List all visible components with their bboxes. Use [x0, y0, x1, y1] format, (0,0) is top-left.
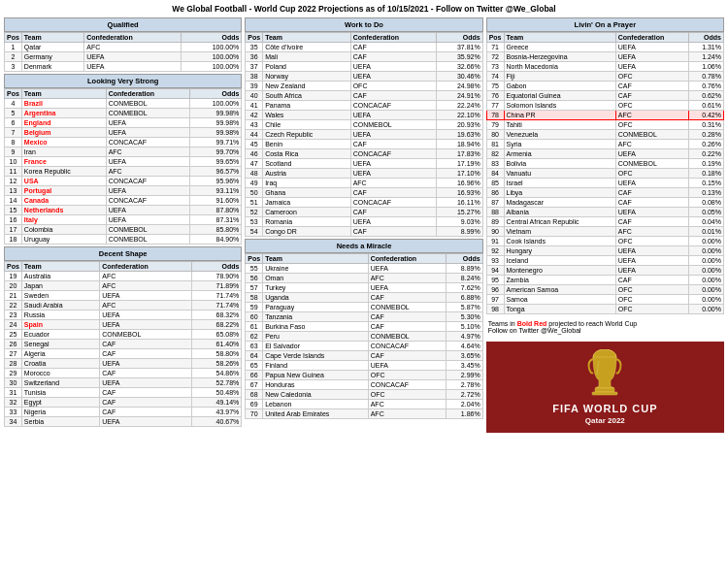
- team-name-cell: Samoa: [504, 295, 615, 305]
- conf-cell: UEFA: [100, 359, 191, 369]
- odds-cell: 17.10%: [436, 169, 482, 179]
- table-row: 83: [486, 159, 504, 169]
- conf-cell: UEFA: [100, 417, 191, 427]
- conf-cell: CAF: [100, 398, 191, 408]
- conf-cell: CAF: [615, 276, 688, 285]
- table-row: 71: [486, 43, 504, 52]
- table-row: 46: [246, 149, 263, 159]
- conf-cell: OFC: [615, 285, 688, 295]
- conf-cell: UEFA: [368, 361, 446, 371]
- odds-cell: 40.67%: [191, 417, 242, 427]
- odds-cell: 71.74%: [191, 291, 242, 301]
- odds-cell: 22.24%: [436, 101, 482, 111]
- team-name-cell: Denmark: [21, 62, 83, 72]
- odds-cell: 93.11%: [189, 186, 242, 196]
- team-name-cell: Ghana: [263, 188, 350, 198]
- table-row: 37: [246, 62, 263, 72]
- conf-cell: CAF: [100, 369, 191, 378]
- conf-cell: CAF: [368, 322, 446, 332]
- table-row: 59: [246, 303, 263, 312]
- table-row: 77: [486, 101, 504, 111]
- team-name-cell: Ukraine: [263, 264, 369, 274]
- conf-cell: CONMEBOL: [106, 109, 189, 118]
- odds-cell: 5.87%: [446, 303, 482, 312]
- odds-cell: 58.26%: [191, 359, 242, 369]
- conf-cell: AFC: [106, 167, 189, 177]
- col-pos: Pos: [246, 254, 263, 264]
- team-name-cell: Saudi Arabia: [21, 301, 99, 310]
- main-title: We Global Football - World Cup 2022 Proj…: [4, 4, 724, 14]
- team-name-cell: Egypt: [21, 398, 99, 408]
- odds-cell: 0.00%: [689, 266, 724, 276]
- team-name-cell: Scotland: [263, 159, 350, 169]
- conf-cell: UEFA: [350, 217, 436, 227]
- team-name-cell: Jamaica: [263, 198, 350, 208]
- table-row: 84: [486, 169, 504, 179]
- odds-cell: 0.42%: [689, 111, 724, 120]
- team-name-cell: Serbia: [21, 417, 99, 427]
- odds-cell: 3.45%: [446, 361, 482, 371]
- conf-cell: CAF: [350, 52, 436, 62]
- team-name-cell: Cameroon: [263, 208, 350, 217]
- conf-cell: AFC: [106, 147, 189, 157]
- conf-cell: CONCACAF: [368, 380, 446, 390]
- conf-cell: OFC: [615, 237, 688, 246]
- conf-cell: CAF: [368, 293, 446, 303]
- table-row: 90: [486, 227, 504, 237]
- table-row: 64: [246, 351, 263, 361]
- team-name-cell: Côte d'Ivoire: [263, 43, 350, 52]
- table-row: 96: [486, 285, 504, 295]
- table-row: 91: [486, 237, 504, 246]
- team-name-cell: Croatia: [21, 359, 99, 369]
- table-row: 19: [5, 272, 22, 281]
- conf-cell: UEFA: [350, 62, 436, 72]
- table-row: 33: [5, 408, 22, 417]
- table-row: 97: [486, 295, 504, 305]
- team-name-cell: Hungary: [504, 246, 615, 256]
- odds-cell: 37.81%: [436, 43, 482, 52]
- team-name-cell: Wales: [263, 111, 350, 120]
- odds-cell: 4.64%: [446, 342, 482, 351]
- team-name-cell: United Arab Emirates: [263, 409, 369, 419]
- team-name-cell: Honduras: [263, 380, 369, 390]
- table-row: 49: [246, 179, 263, 188]
- table-row: 38: [246, 72, 263, 82]
- odds-cell: 99.70%: [189, 147, 242, 157]
- looking-strong-header: Looking Very Strong: [4, 74, 242, 88]
- team-name-cell: North Macedonia: [504, 62, 615, 72]
- team-name-cell: Australia: [21, 272, 99, 281]
- conf-cell: UEFA: [615, 208, 688, 217]
- conf-cell: UEFA: [615, 62, 688, 72]
- conf-cell: UEFA: [84, 52, 182, 62]
- odds-cell: 49.14%: [191, 398, 242, 408]
- conf-cell: CAF: [615, 198, 688, 208]
- table-row: 78: [486, 111, 504, 120]
- bold-red-label: Bold Red: [517, 320, 547, 327]
- main-layout: Qualified Pos Team Confederation Odds 1Q…: [4, 17, 724, 433]
- odds-cell: 100.00%: [182, 62, 242, 72]
- conf-cell: CONCACAF: [350, 101, 436, 111]
- table-row: 69: [246, 400, 263, 409]
- col-pos: Pos: [5, 89, 22, 99]
- conf-cell: AFC: [84, 43, 182, 52]
- odds-cell: 50.48%: [191, 388, 242, 398]
- table-row: 72: [486, 52, 504, 62]
- odds-cell: 22.10%: [436, 111, 482, 120]
- team-name-cell: Chile: [263, 120, 350, 130]
- trophy-area: [585, 349, 624, 403]
- conf-cell: OFC: [615, 305, 688, 314]
- team-name-cell: Cook Islands: [504, 237, 615, 246]
- table-row: 63: [246, 342, 263, 351]
- team-name-cell: USA: [21, 177, 106, 186]
- table-row: 89: [486, 217, 504, 227]
- odds-cell: 58.80%: [191, 349, 242, 359]
- team-name-cell: Morocco: [21, 369, 99, 378]
- table-row: 57: [246, 283, 263, 293]
- table-row: 40: [246, 91, 263, 101]
- odds-cell: 2.99%: [446, 371, 482, 380]
- odds-cell: 35.92%: [436, 52, 482, 62]
- odds-cell: 96.57%: [189, 167, 242, 177]
- table-row: 82: [486, 149, 504, 159]
- table-row: 26: [5, 340, 22, 349]
- team-name-cell: Netherlands: [21, 206, 106, 215]
